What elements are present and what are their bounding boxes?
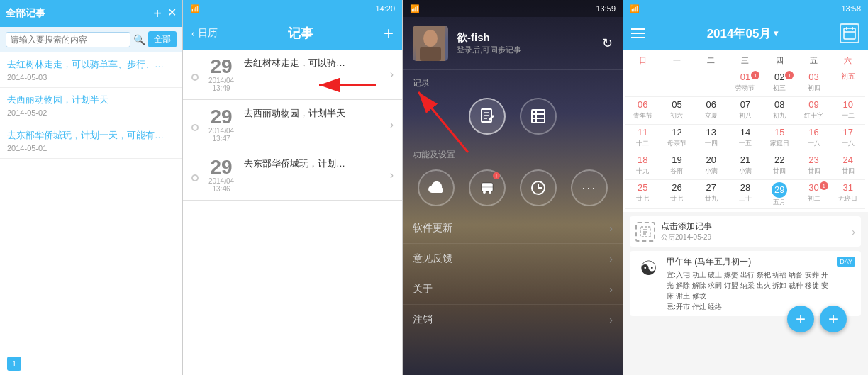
calendar-cell[interactable]: 1 01 劳动节 [728, 69, 762, 96]
month-label: 2014/04 [208, 127, 234, 135]
wifi-icon: 📶 [410, 4, 420, 13]
dow-cell: 日 [625, 52, 660, 69]
dow-cell: 五 [796, 52, 830, 69]
calendar-cell[interactable]: 27 廿九 [694, 180, 728, 208]
clock-icon-button[interactable] [520, 169, 557, 206]
status-time: 13:58 [841, 4, 861, 13]
refresh-button[interactable]: ↻ [602, 35, 613, 51]
full-calendar-header: 2014年05月 ▾ [623, 17, 868, 50]
notes-footer: 1 [0, 352, 182, 375]
calendar-cell[interactable]: 28 三十 [728, 180, 762, 208]
lunar-label: 小满 [739, 167, 752, 176]
calendar-cell[interactable]: 12 母亲节 [660, 125, 694, 152]
calendar-cell[interactable]: 1 02 初三 [762, 69, 796, 96]
day-number: 21 [740, 155, 750, 167]
calendar-cell[interactable]: 07 初八 [728, 97, 762, 124]
calendar-cell[interactable]: 11 十二 [625, 125, 660, 152]
calendar-cell[interactable]: 09 红十字 [796, 97, 830, 124]
add-note-icon[interactable]: + [153, 6, 162, 22]
notes-icon-button[interactable] [469, 98, 506, 135]
calendar-cell-today[interactable]: 29 五月 [762, 180, 796, 208]
chevron-right-icon: › [390, 68, 394, 81]
calendar-cell[interactable]: 26 廿七 [660, 180, 694, 208]
calendar-cell[interactable]: 23 廿四 [796, 152, 830, 179]
chevron-right-icon: › [609, 314, 613, 325]
hamburger-menu-button[interactable] [631, 28, 645, 38]
menu-header: 欲-fish 登录后,可同步记事 ↻ [403, 17, 623, 70]
list-item[interactable]: 29 2014/04 13:47 去西丽动物园，计划半天 › [183, 100, 402, 150]
chevron-right-icon: › [609, 223, 613, 234]
lunar-label: 初九 [773, 111, 786, 121]
fab-add-button[interactable]: + [820, 306, 847, 332]
bus-icon-button[interactable]: ! [469, 169, 506, 206]
table-icon-button[interactable] [520, 98, 557, 135]
calendar-cell[interactable]: 03 初四 [796, 69, 830, 96]
list-item[interactable]: 去东部华侨城玩，计划一天，可能有… 2014-05-01 [0, 123, 182, 159]
back-button[interactable]: ‹ 日历 [191, 27, 218, 40]
cloud-icon-button[interactable] [418, 169, 455, 206]
calendar-cell[interactable]: 21 小满 [728, 152, 762, 179]
search-input[interactable] [6, 32, 130, 47]
calendar-cell[interactable]: 10 十二 [831, 97, 865, 124]
chevron-right-icon: › [852, 226, 855, 237]
calendar-cell[interactable]: 14 十五 [728, 125, 762, 152]
lunar-label: 初八 [739, 111, 752, 121]
calendar-cell[interactable]: 19 谷雨 [660, 152, 694, 179]
today-calendar-icon[interactable] [840, 23, 859, 43]
calendar-cell[interactable]: 13 十四 [694, 125, 728, 152]
avatar [413, 26, 448, 61]
calendar-cell[interactable]: 31 无癌日 [831, 180, 865, 208]
calendar-cell[interactable]: 16 十八 [796, 125, 830, 152]
day-number: 11 [638, 127, 647, 139]
day-number: 05 [672, 99, 681, 111]
avatar-image [413, 26, 448, 61]
note-dot [191, 174, 199, 181]
calendar-cell[interactable]: 17 十八 [831, 125, 865, 152]
more-icon-button[interactable]: ··· [571, 169, 608, 206]
list-item[interactable]: 去红树林走走，可以骑单车、步行、… 2014-05-03 [0, 52, 182, 88]
calendar-cell[interactable]: 06 青年节 [625, 97, 660, 124]
page-number: 1 [7, 357, 21, 371]
calendar-cell[interactable] [694, 69, 728, 96]
list-item[interactable]: 29 2014/04 13:46 去东部华侨城玩，计划… › [183, 150, 402, 201]
menu-item-about[interactable]: 关于 › [403, 274, 623, 305]
search-button[interactable]: 🔍 [133, 34, 145, 45]
notes-title: 全部记事 [6, 7, 45, 20]
settings-icons-row: ! ··· [403, 165, 623, 213]
menu-item-logout[interactable]: 注销 › [403, 305, 623, 335]
lunar-label: 母亲节 [667, 139, 686, 148]
calendar-cell[interactable]: 1 30 初二 [796, 180, 830, 208]
calendar-cell[interactable]: 初五 [831, 69, 865, 96]
list-item[interactable]: 去西丽动物园，计划半天 2014-05-02 [0, 88, 182, 123]
day-number: 20 [706, 155, 716, 167]
event-badge: 1 [751, 71, 760, 79]
calendar-cell[interactable] [625, 69, 660, 96]
calendar-cell[interactable]: 05 初六 [660, 97, 694, 124]
panel-notes: 全部记事 + ✕ 🔍 全部 去红树林走走，可以骑单车、步行、… 2014-05-… [0, 0, 183, 375]
calendar-cell[interactable]: 22 廿四 [762, 152, 796, 179]
calendar-cell[interactable]: 15 家庭日 [762, 125, 796, 152]
time-label: 13:46 [212, 185, 230, 193]
calendar-cell[interactable]: 08 初九 [762, 97, 796, 124]
close-icon[interactable]: ✕ [167, 6, 177, 22]
menu-item-feedback[interactable]: 意见反馈 › [403, 244, 623, 274]
calendar-cell[interactable]: 06 立夏 [694, 97, 728, 124]
fab-add-button-2[interactable]: + [787, 306, 814, 332]
calendar-cell[interactable] [660, 69, 694, 96]
add-note-row[interactable]: 点击添加记事 公历2014-05-29 › [630, 216, 861, 247]
time-label: 13:49 [212, 84, 230, 92]
menu-item-update[interactable]: 软件更新 › [403, 213, 623, 244]
dropdown-icon[interactable]: ▾ [774, 28, 778, 38]
calendar-cell[interactable]: 25 廿七 [625, 180, 660, 208]
day-number: 25 [638, 182, 647, 194]
calendar-cell[interactable]: 24 廿四 [831, 152, 865, 179]
add-note-button[interactable]: + [384, 25, 394, 42]
all-filter-button[interactable]: 全部 [148, 31, 177, 47]
list-item[interactable]: 29 2014/04 13:49 去红树林走走，可以骑… › [183, 50, 402, 100]
calendar-cell[interactable]: 18 十九 [625, 152, 660, 179]
lunar-info-box: ☯ 甲午年 (马年五月初一) 宜:入宅 动土 破土 嫁娶 出行 祭祀 祈福 纳畜… [630, 251, 861, 316]
month-title: 2014年05月 ▾ [707, 26, 779, 42]
section-title-records: 记录 [403, 70, 623, 94]
lunar-label: 谷雨 [670, 167, 683, 176]
calendar-cell[interactable]: 20 小满 [694, 152, 728, 179]
